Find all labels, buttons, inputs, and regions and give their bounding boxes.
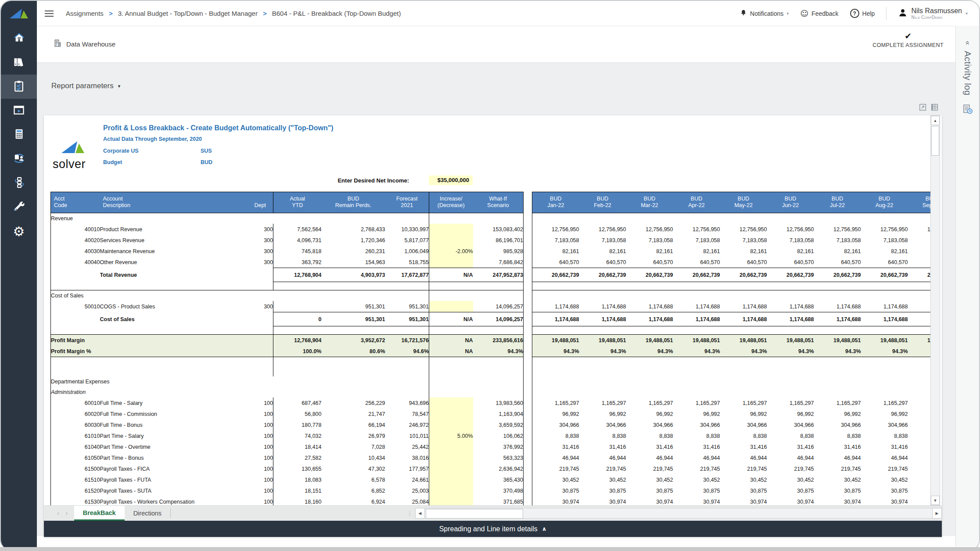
scroll-right-icon[interactable]: ▶ [932,508,942,519]
increase-input-cell[interactable] [429,485,473,496]
table-cell: 304,966 [861,419,908,430]
table-cell [767,387,814,397]
table-cell: 61510 [51,474,100,485]
table-cell [247,268,273,282]
increase-input-cell[interactable] [429,474,473,485]
table-row: 40030Maintenance Revenue300745,818260,23… [51,246,931,257]
scroll-left-icon[interactable]: ◀ [415,508,425,519]
breadcrumb-item[interactable]: Assignments [66,10,104,17]
scroll-down-icon[interactable]: ▼ [931,496,940,505]
table-cell [322,213,385,224]
sidebar-item-binders[interactable] [1,50,37,75]
increase-input-cell[interactable] [429,463,473,474]
scrollbar-grip-icon[interactable]: ⋮ [404,510,415,517]
table-cell: 300 [247,235,273,246]
tab-prev-icon[interactable]: ‹ [57,509,59,517]
table-cell: 25,003 [385,485,429,496]
table-cell [579,290,626,301]
activity-log-collapse-icon[interactable]: « [963,41,972,45]
sheet-tab-breakback[interactable]: BreakBack [74,506,125,521]
table-cell: Total Revenue [100,268,247,282]
increase-input-cell[interactable]: -2.00% [429,246,473,257]
table-cell: Cost of Sales [100,312,247,326]
table-cell: 304,966 [673,419,720,430]
activity-log-label[interactable]: Activity log [962,51,973,96]
table-row: Administration [51,387,931,397]
vertical-scrollbar-thumb[interactable] [931,126,939,156]
increase-input-cell[interactable] [429,419,473,430]
increase-input-cell[interactable] [429,224,473,235]
table-cell [767,326,814,335]
activity-log-icon[interactable] [962,104,973,117]
spreading-details-label: Spreading and Line item details [439,525,538,533]
table-cell [908,290,931,301]
net-income-input[interactable]: $35,000,000 [429,175,473,185]
sidebar-item-process[interactable] [1,171,37,195]
sidebar-item-report-player[interactable] [1,99,37,123]
sheet-tab-directions[interactable]: Directions [125,506,170,521]
hamburger-menu-icon[interactable] [45,9,54,18]
table-cell: 12,768,904 [273,335,322,346]
increase-input-cell[interactable] [429,452,473,463]
table-cell: Payroll Taxes - FICA [100,463,247,474]
vertical-scrollbar[interactable]: ▲ ▼ [930,115,940,505]
user-menu[interactable]: Nils Rasmussen Nils CorpDemo ▾ [898,7,968,20]
table-cell: 60020 [51,408,100,419]
increase-input-cell[interactable] [429,397,473,408]
table-cell: 30,452 [673,474,720,485]
breadcrumb-item[interactable]: B604 - P&L - Breakback (Top-Down Budget) [272,10,401,17]
solver-logo-icon[interactable] [1,1,37,26]
sidebar-item-calculator[interactable] [1,123,37,147]
scroll-up-icon[interactable]: ▲ [931,116,940,125]
smiley-icon: ☺ [800,9,808,18]
data-warehouse-link[interactable]: Data Warehouse [54,39,115,49]
table-cell: 82,161 [720,246,767,257]
spreading-details-toggle[interactable]: Spreading and Line item details ∧ [44,521,942,537]
table-cell: 304,966 [908,419,931,430]
help-button[interactable]: ? Help [850,9,875,18]
table-cell [626,326,673,335]
increase-input-cell[interactable] [429,235,473,246]
tab-next-icon[interactable]: › [65,509,68,517]
table-cell: 18,160 [273,496,322,505]
entity-label: Corporate US [103,148,139,154]
increase-input-cell[interactable] [429,441,473,452]
table-cell: 233,856,616 [473,335,524,346]
horizontal-scrollbar-track[interactable] [425,508,932,519]
breadcrumb-item[interactable]: 3. Annual Budget - Top/Down - Budget Man… [118,10,258,17]
sidebar-item-home[interactable] [1,26,37,50]
horizontal-scrollbar[interactable]: ◀ ▶ [415,508,942,519]
table-cell: 30,974 [814,496,861,505]
table-cell [524,301,532,312]
table-cell: 96,992 [579,408,626,419]
notifications-button[interactable]: Notifications ▾ [740,9,789,18]
increase-input-cell[interactable]: 5.00% [429,430,473,441]
increase-input-cell[interactable] [429,408,473,419]
table-cell: 94.3% [673,346,720,357]
table-row: 61010Part Time - Salary10074,03226,97910… [51,430,931,441]
solver-report-logo: solver [52,140,94,171]
report-parameters-toggle[interactable]: Report parameters ▾ [51,82,120,90]
grid-view-icon[interactable] [931,104,938,111]
sidebar-item-settings[interactable]: ⚙ [1,219,37,243]
table-cell: 30,875 [532,485,579,496]
increase-input-cell[interactable] [429,496,473,505]
table-cell [273,282,322,290]
increase-input-cell[interactable] [429,301,473,312]
table-cell: 31,416 [626,441,673,452]
table-cell: Payroll Taxes - FUTA [100,474,247,485]
table-cell: 100 [247,441,273,452]
horizontal-scrollbar-thumb[interactable] [426,509,523,519]
column-header: Mar-22 [626,202,673,213]
sidebar-item-data-collaboration[interactable] [1,147,37,171]
table-cell: 30,974 [626,496,673,505]
open-in-window-icon[interactable] [919,104,926,111]
sidebar-item-assignments[interactable] [1,75,37,99]
complete-assignment-button[interactable]: ✔ COMPLETE ASSIGNMENT [872,31,944,48]
sidebar-item-tools[interactable] [1,195,37,219]
table-cell: Departmental Expenses [51,376,273,387]
table-cell [908,213,931,224]
table-cell [385,213,429,224]
feedback-button[interactable]: ☺ Feedback [800,9,838,18]
increase-input-cell[interactable] [429,257,473,268]
